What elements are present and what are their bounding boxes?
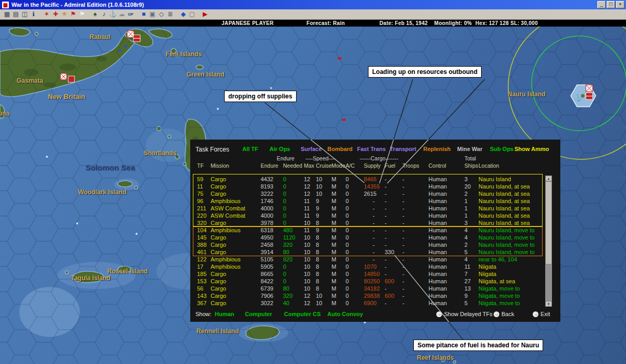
minimize-button[interactable]: _ <box>597 1 606 8</box>
task-force-row[interactable]: 153Cargo84220108M080250600-Human27Niigat… <box>197 278 542 285</box>
scroll-down-button[interactable]: ▼ <box>545 301 552 307</box>
arrow-icon: → <box>436 311 442 317</box>
task-force-row[interactable]: 320Cargo39780108M0---Human3Nauru Island,… <box>197 219 542 227</box>
filter-show-ammo[interactable]: Show Ammo <box>514 146 549 152</box>
column-header: Supply <box>364 162 385 169</box>
app-window: ▦ War in the Pacific - Admiral Edition (… <box>0 0 626 364</box>
scroll-up-button[interactable]: ▲ <box>545 175 552 181</box>
toolbar-icon-strip: ▦▤◫ℹ✶✚✳⚑⚑♠♪⚓☁OP■▣◇≣◆▢▶ <box>3 10 210 19</box>
task-force-row[interactable]: 143Cargo79063201210M029838600-Human9Niig… <box>197 292 542 299</box>
map-label: una <box>0 110 9 117</box>
column-header: A/C <box>346 162 364 169</box>
ground-forces-icon[interactable]: ♠ <box>91 10 100 19</box>
app-icon: ▦ <box>2 2 9 8</box>
close-button[interactable]: × <box>616 1 624 8</box>
filter-surface[interactable]: Surface <box>301 146 322 152</box>
sigint-report-icon[interactable]: ✳ <box>60 10 69 19</box>
intel-screen-icon[interactable]: ◆ <box>179 10 188 19</box>
filter-mine-war[interactable]: Mine War <box>457 146 483 152</box>
task-force-row[interactable]: 220ASW Combat40000119M0---Human1Nauru Is… <box>197 212 542 219</box>
list-screens-icon[interactable]: ≣ <box>166 10 175 19</box>
window-title: War in the Pacific - Admiral Edition (1.… <box>11 2 144 8</box>
back-button[interactable]: → Back <box>494 311 514 317</box>
weather-icon[interactable]: ☁ <box>117 10 126 19</box>
title-bar[interactable]: ▦ War in the Pacific - Admiral Edition (… <box>0 0 626 9</box>
filter-all-tf[interactable]: All TF <box>242 146 259 152</box>
task-force-row[interactable]: 211ASW Combat40000119M0---Human1Nauru Is… <box>197 205 542 212</box>
column-header: Troops <box>402 162 428 169</box>
show-delayed-tfs-label: Show Delayed TFs <box>444 311 493 317</box>
filter-fast-trans[interactable]: Fast Trans <box>357 146 386 152</box>
save-game-icon[interactable]: ▤ <box>11 10 20 19</box>
filter-sub-ops[interactable]: Sub Ops <box>490 146 513 152</box>
map-label: Solomon Sea <box>85 163 135 172</box>
task-forces-panel: Task Forces All TFAir OpsSurfaceBombardF… <box>190 140 560 322</box>
task-force-row[interactable]: 367Cargo3022401210M06900--Human5Niigata,… <box>197 299 542 307</box>
map-overlay-icon[interactable]: ▣ <box>148 10 157 19</box>
arrow-icon: → <box>533 311 538 317</box>
naval-bases-icon[interactable]: ⚓ <box>108 10 117 19</box>
map-label: Nauru Island <box>508 91 546 98</box>
task-force-row[interactable]: 56Cargo673980108M034182--Human13Niigata,… <box>197 285 542 292</box>
load-game-icon[interactable]: ◫ <box>20 10 29 19</box>
task-force-row[interactable]: 59Cargo443201210M08465--Human3Nauru Isla… <box>197 175 542 183</box>
show-option-human[interactable]: Human <box>215 311 234 317</box>
exit-label: Exit <box>541 311 550 317</box>
filter-air-ops[interactable]: Air Ops <box>269 146 290 152</box>
column-header: Location <box>478 162 542 169</box>
show-option-computer[interactable]: Computer <box>245 311 272 317</box>
map-label: Rennell Island <box>197 328 239 335</box>
map-label: Rossel Island <box>107 268 148 275</box>
column-header: Mode <box>332 162 346 169</box>
task-force-row[interactable]: 75Cargo322201210M02615--Human2Nauru Isla… <box>197 190 542 197</box>
map-label: Reef Islands <box>417 354 454 361</box>
task-force-row[interactable]: 122Amphibious5105920108M0---Human4near t… <box>197 256 542 263</box>
task-force-row[interactable]: 185Cargo86650108M014850--Human7Niigata <box>197 270 542 278</box>
task-force-row[interactable]: 388Cargo2458320108M0---Human2Nauru Islan… <box>197 241 542 248</box>
filter-bombard[interactable]: Bombard <box>327 146 352 152</box>
preferences-icon[interactable]: ▢ <box>188 10 197 19</box>
colgroup-endure: Endure <box>277 155 294 161</box>
scroll-thumb[interactable] <box>545 181 552 265</box>
forecast-label: Forecast: Rain <box>306 20 345 26</box>
hex-grid-toggle-icon[interactable]: ◇ <box>157 10 166 19</box>
filter-replenish[interactable]: Replenish <box>423 146 451 152</box>
task-force-row[interactable]: 461Cargo391480108M0-330-Human5Nauru Isla… <box>197 248 542 256</box>
exit-button[interactable]: → Exit <box>533 311 550 317</box>
combat-report-icon[interactable]: ✚ <box>51 10 60 19</box>
show-option-computer-cs[interactable]: Computer CS <box>284 311 321 317</box>
run-turn-button[interactable]: ▶ <box>201 10 210 19</box>
task-force-row[interactable]: 17Amphibious59050108M01070--Human11Niiga… <box>197 263 542 270</box>
map-label: New Britain <box>48 93 85 101</box>
sea-control-icon[interactable]: ■ <box>139 10 148 19</box>
colgroup-speed: ----Speed---- <box>305 155 336 161</box>
colgroup-total: Total <box>464 155 476 161</box>
ops-mode-icon[interactable]: OP <box>126 10 135 19</box>
filter-transport[interactable]: Transport <box>390 146 416 152</box>
colgroup-cargo: ------Cargo------- <box>360 155 398 161</box>
maximize-button[interactable]: □ <box>607 1 615 8</box>
date-label: Date: Feb 15, 1942 <box>379 20 428 26</box>
column-header: Endure <box>261 162 283 169</box>
task-force-row[interactable]: 96Amphibious17460119M0---Human1Nauru Isl… <box>197 197 542 205</box>
tf-footer-options: Show: → Show Delayed TFs → Back → Exit H… <box>190 311 560 319</box>
column-header: TF <box>197 162 211 169</box>
allied-flag-icon[interactable]: ⚑ <box>78 10 87 19</box>
jump-map-icon[interactable]: ▦ <box>3 10 11 19</box>
tf-column-headers: TFMissionEndureNeededMaxCruiseModeA/CSup… <box>197 162 542 169</box>
show-label: Show: <box>195 311 212 317</box>
air-groups-icon[interactable]: ♪ <box>100 10 108 19</box>
japanese-flag-icon[interactable]: ⚑ <box>69 10 78 19</box>
map-label: Feni Islands <box>166 51 202 58</box>
task-force-row[interactable]: 104Amphibious6318480119M0---Human4Nauru … <box>197 227 542 234</box>
scrollbar[interactable]: ▲ ▼ <box>545 175 552 307</box>
task-force-row[interactable]: 11Cargo819301210M014355--Human20Nauru Is… <box>197 183 542 190</box>
show-option-auto-convoy[interactable]: Auto Convoy <box>327 311 363 317</box>
task-force-row[interactable]: 145Cargo49501120108M0---Human4Nauru Isla… <box>197 234 542 241</box>
toolbar: ▦▤◫ℹ✶✚✳⚑⚑♠♪⚓☁OP■▣◇≣◆▢▶ <box>0 9 626 20</box>
combat-events-icon[interactable]: ✶ <box>42 10 51 19</box>
show-delayed-tfs-button[interactable]: → Show Delayed TFs <box>436 311 493 317</box>
column-header: Mission <box>211 162 261 169</box>
info-screen-icon[interactable]: ℹ <box>29 10 38 19</box>
map-label: Gasmata <box>17 77 43 84</box>
